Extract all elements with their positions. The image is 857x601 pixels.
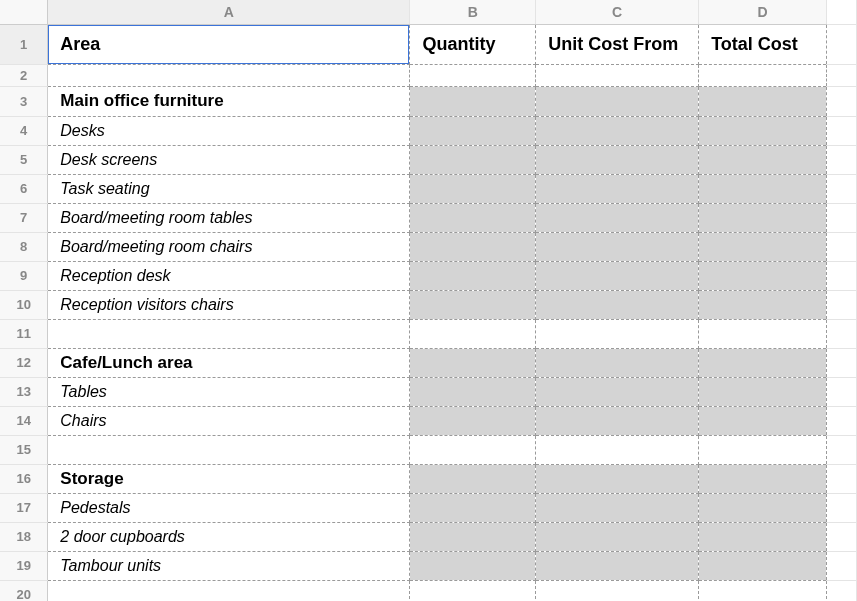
cell-C5[interactable] <box>536 145 699 174</box>
cell-D20[interactable] <box>699 580 827 601</box>
col-header-D[interactable]: D <box>699 0 827 24</box>
cell-D6[interactable] <box>699 174 827 203</box>
row-header-6[interactable]: 6 <box>0 174 48 203</box>
cell-D14[interactable] <box>699 406 827 435</box>
cell-C8[interactable] <box>536 232 699 261</box>
cell-D4[interactable] <box>699 116 827 145</box>
cell-D17[interactable] <box>699 493 827 522</box>
cell-B9[interactable] <box>410 261 536 290</box>
cell-D2[interactable] <box>699 64 827 86</box>
cell-B18[interactable] <box>410 522 536 551</box>
cell-C1[interactable]: Unit Cost From <box>536 24 699 64</box>
select-all-corner[interactable] <box>0 0 48 24</box>
cell-D16[interactable] <box>699 464 827 493</box>
row-header-9[interactable]: 9 <box>0 261 48 290</box>
row-header-15[interactable]: 15 <box>0 435 48 464</box>
cell-A6[interactable]: Task seating <box>48 174 410 203</box>
cell-C13[interactable] <box>536 377 699 406</box>
cell-B19[interactable] <box>410 551 536 580</box>
cell-A11[interactable] <box>48 319 410 348</box>
row-header-7[interactable]: 7 <box>0 203 48 232</box>
cell-D1[interactable]: Total Cost <box>699 24 827 64</box>
col-header-B[interactable]: B <box>410 0 536 24</box>
cell-B7[interactable] <box>410 203 536 232</box>
cell-A13[interactable]: Tables <box>48 377 410 406</box>
cell-B13[interactable] <box>410 377 536 406</box>
cell-B10[interactable] <box>410 290 536 319</box>
cell-B16[interactable] <box>410 464 536 493</box>
cell-D13[interactable] <box>699 377 827 406</box>
cell-D11[interactable] <box>699 319 827 348</box>
cell-B4[interactable] <box>410 116 536 145</box>
cell-B14[interactable] <box>410 406 536 435</box>
cell-A5[interactable]: Desk screens <box>48 145 410 174</box>
cell-D10[interactable] <box>699 290 827 319</box>
row-header-11[interactable]: 11 <box>0 319 48 348</box>
cell-D18[interactable] <box>699 522 827 551</box>
cell-D3[interactable] <box>699 86 827 116</box>
row-header-16[interactable]: 16 <box>0 464 48 493</box>
cell-D8[interactable] <box>699 232 827 261</box>
cell-C3[interactable] <box>536 86 699 116</box>
cell-A19[interactable]: Tambour units <box>48 551 410 580</box>
row-header-5[interactable]: 5 <box>0 145 48 174</box>
spreadsheet-grid[interactable]: A B C D 1 Area Quantity Unit Cost From T… <box>0 0 857 601</box>
cell-B8[interactable] <box>410 232 536 261</box>
cell-A2[interactable] <box>48 64 410 86</box>
cell-C12[interactable] <box>536 348 699 377</box>
cell-C7[interactable] <box>536 203 699 232</box>
cell-C10[interactable] <box>536 290 699 319</box>
cell-A17[interactable]: Pedestals <box>48 493 410 522</box>
row-header-20[interactable]: 20 <box>0 580 48 601</box>
row-header-1[interactable]: 1 <box>0 24 48 64</box>
cell-D9[interactable] <box>699 261 827 290</box>
cell-B17[interactable] <box>410 493 536 522</box>
cell-A20[interactable] <box>48 580 410 601</box>
cell-A14[interactable]: Chairs <box>48 406 410 435</box>
cell-D5[interactable] <box>699 145 827 174</box>
cell-B5[interactable] <box>410 145 536 174</box>
row-header-19[interactable]: 19 <box>0 551 48 580</box>
cell-A8[interactable]: Board/meeting room chairs <box>48 232 410 261</box>
cell-C19[interactable] <box>536 551 699 580</box>
cell-A10[interactable]: Reception visitors chairs <box>48 290 410 319</box>
cell-C16[interactable] <box>536 464 699 493</box>
cell-B3[interactable] <box>410 86 536 116</box>
row-header-13[interactable]: 13 <box>0 377 48 406</box>
cell-A9[interactable]: Reception desk <box>48 261 410 290</box>
cell-A15[interactable] <box>48 435 410 464</box>
row-header-14[interactable]: 14 <box>0 406 48 435</box>
cell-B15[interactable] <box>410 435 536 464</box>
cell-A18[interactable]: 2 door cupboards <box>48 522 410 551</box>
cell-B12[interactable] <box>410 348 536 377</box>
col-header-C[interactable]: C <box>536 0 699 24</box>
cell-C6[interactable] <box>536 174 699 203</box>
cell-B6[interactable] <box>410 174 536 203</box>
cell-B20[interactable] <box>410 580 536 601</box>
cell-D7[interactable] <box>699 203 827 232</box>
cell-A4[interactable]: Desks <box>48 116 410 145</box>
cell-A16[interactable]: Storage <box>48 464 410 493</box>
row-header-3[interactable]: 3 <box>0 86 48 116</box>
cell-C4[interactable] <box>536 116 699 145</box>
cell-C18[interactable] <box>536 522 699 551</box>
cell-D15[interactable] <box>699 435 827 464</box>
cell-C15[interactable] <box>536 435 699 464</box>
cell-C11[interactable] <box>536 319 699 348</box>
row-header-8[interactable]: 8 <box>0 232 48 261</box>
cell-A3[interactable]: Main office furniture <box>48 86 410 116</box>
cell-C17[interactable] <box>536 493 699 522</box>
row-header-2[interactable]: 2 <box>0 64 48 86</box>
row-header-17[interactable]: 17 <box>0 493 48 522</box>
cell-C14[interactable] <box>536 406 699 435</box>
row-header-12[interactable]: 12 <box>0 348 48 377</box>
cell-A7[interactable]: Board/meeting room tables <box>48 203 410 232</box>
cell-B1[interactable]: Quantity <box>410 24 536 64</box>
cell-C20[interactable] <box>536 580 699 601</box>
cell-B2[interactable] <box>410 64 536 86</box>
cell-D19[interactable] <box>699 551 827 580</box>
cell-D12[interactable] <box>699 348 827 377</box>
row-header-4[interactable]: 4 <box>0 116 48 145</box>
cell-A1[interactable]: Area <box>48 24 410 64</box>
cell-C9[interactable] <box>536 261 699 290</box>
